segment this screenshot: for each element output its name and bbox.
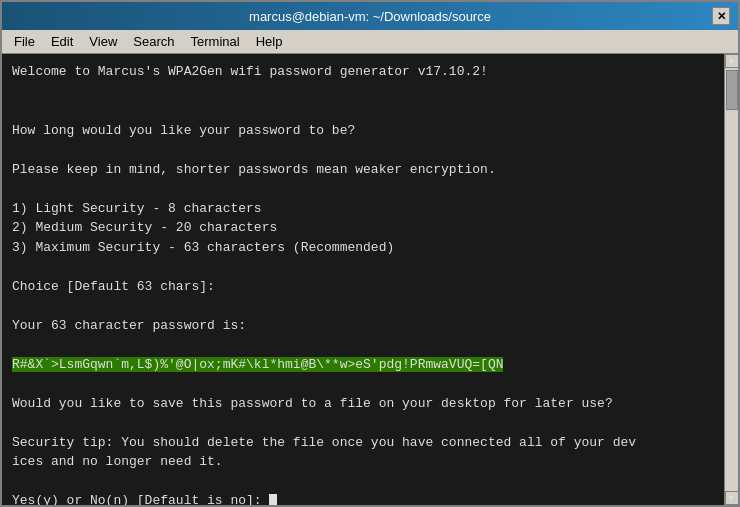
line-5: 2) Medium Security - 20 characters: [12, 218, 714, 238]
menu-edit[interactable]: Edit: [43, 32, 81, 51]
line-8: Your 63 character password is:: [12, 316, 714, 336]
window-title: marcus@debian-vm: ~/Downloads/source: [28, 9, 712, 24]
line-12: Yes(y) or No(n) [Default is no]:: [12, 491, 714, 505]
line-9: Would you like to save this password to …: [12, 394, 714, 414]
menu-file[interactable]: File: [6, 32, 43, 51]
line-11: ices and no longer need it.: [12, 452, 714, 472]
line-7: Choice [Default 63 chars]:: [12, 277, 714, 297]
scrollbar[interactable]: ▲ ▼: [724, 54, 738, 505]
line-1: Welcome to Marcus's WPA2Gen wifi passwor…: [12, 62, 714, 82]
terminal-content: Welcome to Marcus's WPA2Gen wifi passwor…: [12, 62, 714, 505]
menu-terminal[interactable]: Terminal: [183, 32, 248, 51]
close-button[interactable]: ✕: [712, 7, 730, 25]
line-10: Security tip: You should delete the file…: [12, 433, 714, 453]
terminal-body[interactable]: Welcome to Marcus's WPA2Gen wifi passwor…: [2, 54, 738, 505]
menu-view[interactable]: View: [81, 32, 125, 51]
terminal-window: marcus@debian-vm: ~/Downloads/source ✕ F…: [0, 0, 740, 507]
menu-search[interactable]: Search: [125, 32, 182, 51]
line-2: How long would you like your password to…: [12, 121, 714, 141]
line-6: 3) Maximum Security - 63 characters (Rec…: [12, 238, 714, 258]
menu-help[interactable]: Help: [248, 32, 291, 51]
line-password: R#&X`>LsmGqwn`m,L$)%'@O|ox;mK#\kl*hmi@B\…: [12, 355, 714, 375]
password-highlight: R#&X`>LsmGqwn`m,L$)%'@O|ox;mK#\kl*hmi@B\…: [12, 357, 503, 372]
scrollbar-up-button[interactable]: ▲: [725, 54, 739, 68]
scrollbar-down-button[interactable]: ▼: [725, 491, 739, 505]
title-bar: marcus@debian-vm: ~/Downloads/source ✕: [2, 2, 738, 30]
line-4: 1) Light Security - 8 characters: [12, 199, 714, 219]
menu-bar: File Edit View Search Terminal Help: [2, 30, 738, 54]
scrollbar-thumb[interactable]: [726, 70, 738, 110]
cursor: [269, 494, 277, 505]
line-3: Please keep in mind, shorter passwords m…: [12, 160, 714, 180]
